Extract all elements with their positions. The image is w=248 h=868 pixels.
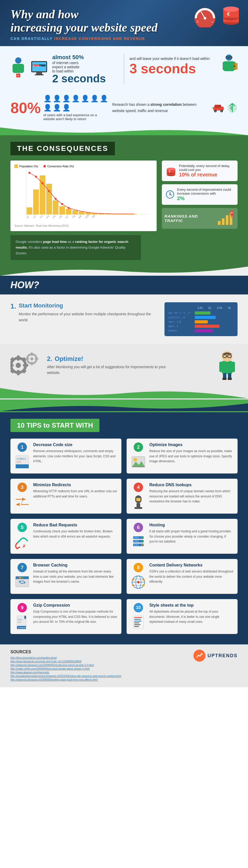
tip9-body: Gzip Compression Gzip Compression is one… (33, 603, 117, 630)
svg-text:8-9: 8-9 (78, 215, 82, 219)
tip-5: 5 ✗ Reduce Bad Requests Continuously che… (10, 519, 121, 554)
svg-point-167 (137, 581, 140, 584)
svg-rect-184 (134, 626, 139, 627)
svg-rect-105 (10, 364, 13, 367)
source-link-6[interactable]: http://googlewebmastercentral.blogspot.n… (10, 675, 121, 678)
svg-point-86 (167, 167, 175, 170)
how-row: 1. Start Monitoring Monitor the performa… (10, 302, 238, 336)
tip2-number: 2 (134, 442, 143, 452)
svg-point-168 (132, 579, 134, 581)
gzip-icon: Gzip </> compress (15, 615, 30, 630)
how-section: HOW? 1. Start Monitoring Monitor the per… (0, 276, 248, 388)
svg-rect-115 (25, 358, 29, 360)
section-divider (124, 54, 124, 84)
svg-point-150 (141, 540, 143, 542)
svg-rect-94 (222, 218, 224, 225)
tip5-number: 5 (18, 523, 27, 532)
svg-point-37 (215, 111, 216, 112)
svg-rect-20 (35, 74, 44, 75)
uptrends-name: UPTRENDS (208, 653, 238, 658)
svg-text:1-2: 1-2 (33, 215, 36, 219)
stat2-text: and will leave your website if it doesn'… (130, 56, 217, 75)
clock-icon (166, 187, 174, 202)
cdn-icon (131, 574, 146, 590)
svg-rect-117 (222, 361, 232, 374)
svg-rect-152 (134, 537, 139, 538)
tip6-number: 6 (134, 523, 143, 532)
title-line2: increasing your website speed (10, 21, 158, 34)
svg-rect-52 (66, 209, 72, 214)
svg-point-100 (231, 212, 232, 214)
dns-icon (131, 494, 146, 510)
svg-rect-103 (17, 355, 20, 361)
person-icon-1: 2s (10, 57, 26, 82)
tip-10: 10 Style sheets at the top All styleshee… (127, 599, 238, 634)
svg-rect-114 (31, 362, 33, 365)
step1-title: Start Monitoring (19, 302, 157, 309)
svg-text:9-10: 9-10 (85, 214, 89, 219)
source-link-4[interactable]: http://radar.oreilly.com/2009/06/bing-an… (10, 668, 121, 670)
svg-point-112 (30, 357, 33, 361)
image-icon (131, 454, 146, 470)
svg-rect-143 (134, 507, 142, 509)
svg-point-158 (19, 577, 21, 579)
svg-text:</>: </> (17, 460, 21, 463)
tips-title: 10 TIPS to START WITH (10, 419, 100, 432)
svg-rect-46 (27, 208, 32, 214)
svg-marker-137 (22, 498, 26, 501)
svg-rect-19 (36, 72, 42, 74)
source-link-1[interactable]: http://blog.kissmetrics.com/loading-time… (10, 656, 121, 659)
pct-80: 80% (10, 99, 41, 117)
broken-link-icon: ✗ (15, 534, 30, 550)
speedometer-icon: 0 ∞ (193, 4, 217, 27)
google-text: Google considers page load time as a ran… (10, 235, 141, 260)
svg-text:compress: compress (18, 626, 27, 629)
svg-point-151 (141, 544, 143, 546)
tips-grid: 1 </abcs </> Decrease Code size Remove u… (10, 439, 238, 634)
svg-rect-50 (53, 200, 58, 214)
tip10-number: 10 (134, 603, 143, 612)
rankings-chart-icon (217, 211, 235, 226)
improvement-card: Every second of improvement could increa… (162, 184, 238, 205)
source-link-3[interactable]: http://adwords.blogspot.com/2008/06/intr… (10, 664, 121, 666)
stats-section: 2s ■ loading... almost 50% of internet u… (0, 46, 248, 92)
source-link-5[interactable]: http://www.akamai.com/4seconds (10, 671, 121, 674)
wave-top (0, 127, 248, 135)
tip6-body: Hosting It all starts with proper hostin… (149, 523, 233, 550)
svg-point-169 (142, 579, 145, 581)
svg-rect-104 (17, 370, 20, 375)
step1-num: 1. (10, 302, 16, 310)
svg-point-25 (226, 55, 232, 61)
svg-point-66 (48, 190, 50, 192)
svg-point-149 (141, 537, 143, 538)
svg-rect-35 (215, 105, 221, 108)
svg-point-159 (22, 577, 23, 579)
svg-text:≤1: ≤1 (26, 216, 29, 219)
svg-text:7-8: 7-8 (72, 215, 76, 219)
svg-text:2-3: 2-3 (39, 215, 43, 219)
svg-point-67 (55, 198, 57, 200)
wave-consequences-bottom (0, 267, 248, 276)
correlation-text: Research has shown a strong correlation … (112, 102, 208, 114)
svg-rect-154 (134, 544, 139, 546)
tip7-number: 7 (18, 563, 27, 572)
character-icon (217, 349, 238, 381)
green-strip (0, 400, 248, 403)
uptrends-icon (193, 650, 205, 662)
svg-rect-93 (218, 221, 221, 225)
code-icon: </abcs </> (15, 454, 30, 470)
svg-text:∞: ∞ (212, 20, 213, 23)
optimize-section: 2. Optimize! After Monitoring you will g… (0, 344, 248, 388)
gears-icon (10, 352, 42, 378)
sources-section: SOURCES http://blog.kissmetrics.com/load… (0, 644, 248, 687)
how-title: HOW? (10, 280, 238, 290)
redirect-icon (15, 494, 30, 510)
svg-text:loading...: loading... (36, 65, 42, 67)
speed-icons: € (212, 101, 238, 114)
svg-text:■: ■ (33, 65, 34, 67)
coins-stack-icon: € (166, 164, 176, 178)
wave-to-dark (0, 403, 248, 412)
source-link-7[interactable]: http://adwords.blogspot.nl/2008/06/landi… (10, 678, 121, 681)
source-link-2[interactable]: http://www.facebook.com/note.php?note_id… (10, 660, 121, 663)
wave-how-bottom (0, 388, 248, 400)
